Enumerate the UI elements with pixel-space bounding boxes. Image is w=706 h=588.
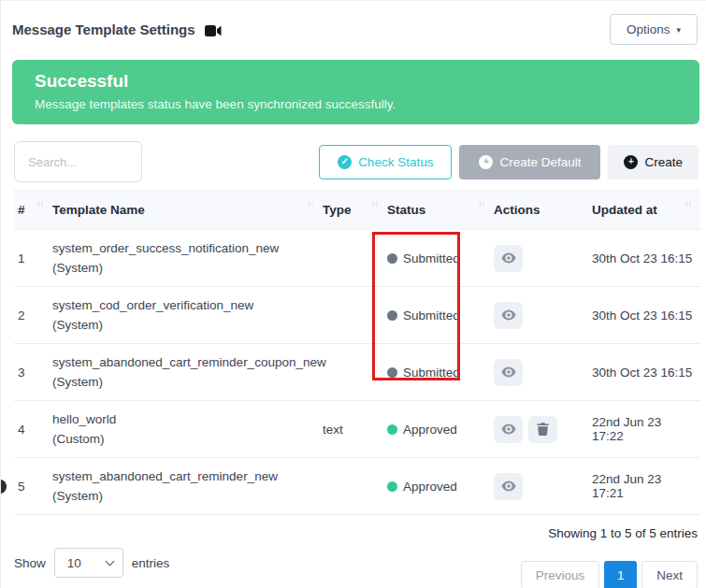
status-label: Approved [403, 480, 457, 494]
status-cell: Approved [387, 401, 494, 458]
template-name-cell: system_abandoned_cart_reminder_coupon_ne… [52, 344, 323, 401]
actions-cell [494, 401, 592, 458]
previous-page-button[interactable]: Previous [521, 561, 600, 588]
current-page-button[interactable]: 1 [604, 561, 637, 588]
show-label: Show [14, 556, 46, 570]
trash-icon [537, 423, 549, 436]
table-toolbar: ✓ Check Status + Create Default + Create [14, 141, 699, 182]
plus-circle-icon: + [479, 155, 493, 169]
options-button-label: Options [627, 22, 670, 36]
column-header-actions: Actions [494, 191, 592, 230]
sort-icon: ↑↓ [36, 199, 47, 208]
status-label: Submitted [403, 251, 460, 265]
updated-at-cell: 22nd Jun 23 17:21 [592, 458, 700, 515]
table-header-row: # ↑↓ Template Name ↑↓ Type ↑↓ Status ↑↓ … [14, 191, 700, 230]
status-label: Submitted [403, 308, 460, 323]
template-name-cell: system_abandoned_cart_reminder_new (Syst… [52, 458, 323, 515]
status-label: Submitted [403, 366, 460, 380]
actions-cell [494, 230, 592, 287]
status-cell: Approved [387, 458, 494, 515]
table-row: 3 system_abandoned_cart_reminder_coupon_… [14, 344, 700, 401]
row-number: 4 [14, 401, 52, 458]
row-number: 3 [14, 344, 52, 401]
status-dot [387, 481, 397, 492]
type-cell [323, 287, 387, 344]
chevron-down-icon: ▾ [676, 25, 681, 35]
topbar: Message Template Settings Options ▾ [1, 1, 706, 52]
create-label: Create [644, 155, 683, 169]
video-camera-icon [205, 25, 222, 36]
status-cell: Submitted [387, 230, 494, 287]
search-input[interactable] [14, 141, 142, 182]
view-button[interactable] [494, 245, 523, 272]
sort-icon: ↑↓ [478, 199, 488, 208]
updated-at-cell: 30th Oct 23 16:15 [592, 344, 700, 401]
options-button[interactable]: Options ▾ [610, 14, 698, 45]
check-status-label: Check Status [358, 155, 433, 169]
type-cell [323, 344, 387, 401]
column-header-updated-at[interactable]: Updated at ↑↓ [592, 191, 700, 230]
type-cell [323, 458, 387, 515]
actions-cell [494, 458, 592, 515]
column-header-template-name[interactable]: Template Name ↑↓ [52, 191, 323, 230]
updated-at-cell: 30th Oct 23 16:15 [592, 230, 700, 287]
pagination: Previous 1 Next [521, 561, 698, 588]
view-button[interactable] [494, 359, 523, 386]
row-number: 2 [14, 287, 52, 344]
column-header-type[interactable]: Type ↑↓ [323, 191, 387, 230]
success-alert: Successful Message templates status have… [12, 60, 699, 124]
create-button[interactable]: + Create [608, 145, 699, 179]
eye-icon [501, 309, 516, 321]
column-header-number[interactable]: # ↑↓ [14, 191, 52, 230]
message-template-settings-page: Message Template Settings Options ▾ Succ… [0, 0, 706, 588]
eye-icon [501, 252, 516, 264]
table-row: 4 hello_world (Custom) text Approved [14, 401, 700, 458]
eye-icon [501, 366, 516, 378]
updated-at-cell: 22nd Jun 23 17:22 [592, 401, 700, 458]
template-name-cell: system_order_success_notification_new (S… [52, 230, 323, 287]
row-number: 5 [14, 458, 52, 515]
status-cell: Submitted [387, 287, 494, 344]
type-cell [323, 230, 387, 287]
page-size-select[interactable]: 10 [54, 548, 123, 578]
sort-icon: ↑↓ [371, 199, 382, 208]
eye-icon [501, 423, 516, 435]
column-header-status[interactable]: Status ↑↓ [387, 191, 494, 230]
table-row: 2 system_cod_order_verification_new (Sys… [14, 287, 700, 344]
next-page-button[interactable]: Next [641, 561, 698, 588]
check-status-button[interactable]: ✓ Check Status [319, 145, 452, 179]
status-dot [387, 253, 397, 264]
status-cell: Submitted [387, 344, 494, 401]
table-footer: Show 10 entries Showing 1 to 5 of 5 entr… [14, 521, 698, 588]
create-default-button[interactable]: + Create Default [459, 145, 600, 179]
page-title: Message Template Settings [12, 22, 195, 37]
actions-cell [494, 287, 592, 344]
sort-icon: ↑↓ [307, 199, 317, 208]
entries-summary: Showing 1 to 5 of 5 entries [548, 526, 698, 540]
row-number: 1 [14, 230, 52, 287]
view-button[interactable] [494, 416, 523, 443]
type-cell: text [323, 401, 387, 458]
check-circle-icon: ✓ [338, 155, 352, 169]
eye-icon [501, 480, 516, 492]
entries-label: entries [132, 556, 170, 570]
sort-icon: ↑↓ [684, 199, 695, 208]
template-name-cell: system_cod_order_verification_new (Syste… [52, 287, 323, 344]
success-alert-title: Successful [35, 69, 677, 93]
success-alert-message: Message templates status have been synch… [35, 95, 677, 113]
edge-widget-handle [0, 480, 7, 494]
page-size-control: Show 10 entries [14, 536, 169, 588]
templates-table: # ↑↓ Template Name ↑↓ Type ↑↓ Status ↑↓ … [14, 190, 700, 515]
status-label: Approved [403, 423, 457, 437]
table-row: 5 system_abandoned_cart_reminder_new (Sy… [14, 458, 700, 515]
create-default-label: Create Default [499, 155, 581, 169]
template-name-cell: hello_world (Custom) [52, 401, 323, 458]
delete-button[interactable] [528, 416, 557, 443]
table-row: 1 system_order_success_notification_new … [14, 230, 700, 287]
status-dot [387, 310, 397, 321]
actions-cell [494, 344, 592, 401]
view-button[interactable] [494, 473, 523, 500]
plus-circle-icon: + [624, 155, 638, 169]
view-button[interactable] [494, 302, 523, 329]
status-dot [387, 424, 397, 435]
